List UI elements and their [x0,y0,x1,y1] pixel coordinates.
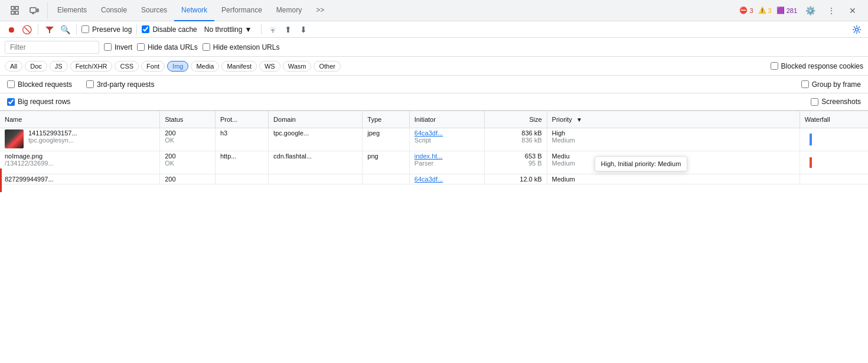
upload-icon[interactable]: ⬆ [282,23,295,36]
third-party-checkbox[interactable]: 3rd-party requests [86,80,154,89]
table-row[interactable]: 827299944997...20064ca3df...12.0 kBMediu… [0,174,868,184]
col-initiator[interactable]: Initiator [409,111,484,128]
search-button[interactable]: 🔍 [58,23,71,36]
initiator-link[interactable]: index.ht... [415,153,479,160]
big-request-rows-checkbox[interactable]: Big request rows [7,98,70,106]
name-cell-1: noImage.png/134122/32699... [0,151,160,174]
col-protocol[interactable]: Prot... [215,111,268,128]
col-domain[interactable]: Domain [269,111,363,128]
status-text: OK [165,160,210,167]
name-main: noImage.png [5,153,54,160]
filter-btn-img[interactable]: Img [167,61,188,72]
blocked-requests-input[interactable] [7,80,15,88]
table-row[interactable]: noImage.png/134122/32699...200OKhttp...c… [0,151,868,174]
table-header-row: Name Status Prot... Domain Type Initiato… [0,111,868,128]
disable-cache-input[interactable] [142,25,149,33]
filter-btn-fetchxhr[interactable]: Fetch/XHR [70,61,113,72]
clear-button[interactable]: 🚫 [20,23,33,36]
tab-more[interactable]: >> [309,0,331,21]
filter-btn-doc[interactable]: Doc [25,61,47,72]
preserve-log-checkbox[interactable]: Preserve log [81,25,132,34]
protocol-value: http... [220,153,237,160]
svg-rect-2 [11,11,14,14]
more-options-icon[interactable]: ⋮ [823,2,840,19]
filter-btn-manifest[interactable]: Manifest [221,61,257,72]
close-icon[interactable]: ✕ [844,2,861,19]
invert-checkbox[interactable]: Invert [104,43,132,51]
tab-memory[interactable]: Memory [269,0,309,21]
svg-marker-7 [45,27,54,33]
network-table: Name Status Prot... Domain Type Initiato… [0,111,868,184]
device-icon[interactable] [26,2,43,19]
tab-sources[interactable]: Sources [134,0,174,21]
col-type[interactable]: Type [363,111,410,128]
initiator-cell-0[interactable]: 64ca3df...Script [409,128,484,151]
filter-btn-font[interactable]: Font [141,61,165,72]
initiator-cell-1[interactable]: index.ht...Parser [409,151,484,174]
filter-input[interactable] [5,41,99,54]
col-name[interactable]: Name [0,111,160,128]
warning-icon: ⚠️ [758,7,766,14]
priority-main: High [552,129,795,137]
col-status[interactable]: Status [160,111,216,128]
blocked-requests-checkbox[interactable]: Blocked requests [7,80,72,89]
name-cell-0: 141152993157...tpc.googlesyn... [0,128,160,151]
name-sub: /134122/32699... [5,160,54,167]
invert-input[interactable] [104,43,112,51]
filter-btn-ws[interactable]: WS [259,61,280,72]
tab-bar-right: ⛔ 3 ⚠️ 3 🟪 281 ⚙️ ⋮ ✕ [739,2,866,19]
big-request-rows-input[interactable] [7,98,15,106]
throttle-select[interactable]: No throttling ▼ [200,24,257,35]
group-by-frame-checkbox[interactable]: Group by frame [801,80,861,89]
screenshots-input[interactable] [811,98,818,106]
protocol-cell-0: h3 [215,128,268,151]
tab-console[interactable]: Console [94,0,134,21]
screenshots-checkbox[interactable]: Screenshots [811,98,861,106]
tab-performance[interactable]: Performance [214,0,269,21]
error-badge-purple: 🟪 281 [776,7,797,14]
filter-bar: Invert Hide data URLs Hide extension URL… [0,38,868,57]
priority-cell-2: Medium [547,174,800,184]
filter-btn-css[interactable]: CSS [115,61,139,72]
hide-ext-urls-checkbox[interactable]: Hide extension URLs [203,43,280,51]
filter-btn-all[interactable]: All [5,61,22,72]
domain-value: tpc.google... [273,129,309,137]
filter-icon-button[interactable] [43,23,56,36]
initiator-cell-2[interactable]: 64ca3df... [409,174,484,184]
priority-tooltip: High, Initial priority: Medium [595,156,688,171]
tab-elements[interactable]: Elements [50,0,94,21]
filter-btn-js[interactable]: JS [50,61,68,72]
error-badge-yellow: ⚠️ 3 [758,7,772,14]
table-row[interactable]: 141152993157...tpc.googlesyn...200OKh3tp… [0,128,868,151]
hide-data-urls-input[interactable] [137,43,145,51]
status-code: 200 [165,176,210,183]
blocked-cookies-input[interactable] [771,62,778,70]
options-row-2: Big request rows Screenshots [0,93,868,111]
preserve-log-input[interactable] [81,25,89,33]
group-by-frame-input[interactable] [801,80,809,88]
domain-value: cdn.flashtal... [273,153,312,160]
wifi-icon[interactable] [266,23,279,36]
priority-sub: Medium [552,137,795,144]
settings-gear-icon[interactable] [850,23,863,36]
disable-cache-checkbox[interactable]: Disable cache [142,25,197,34]
third-party-input[interactable] [86,80,94,88]
initiator-link[interactable]: 64ca3df... [415,129,479,137]
col-waterfall[interactable]: Waterfall [800,111,868,128]
error-red-icon: ⛔ [739,7,748,14]
download-icon[interactable]: ⬇ [297,23,310,36]
col-priority[interactable]: Priority ▼ [547,111,800,128]
col-size[interactable]: Size [484,111,547,128]
waterfall-bar [805,153,863,173]
filter-btn-other[interactable]: Other [314,61,341,72]
stop-recording-button[interactable]: ⏺ [5,23,18,36]
hide-ext-urls-input[interactable] [203,43,210,51]
settings-icon[interactable]: ⚙️ [802,2,818,19]
inspect-icon[interactable] [7,2,24,19]
waterfall-cell-2 [800,174,868,184]
filter-btn-wasm[interactable]: Wasm [283,61,312,72]
filter-btn-media[interactable]: Media [191,61,219,72]
tab-network[interactable]: Network [174,0,214,21]
initiator-link[interactable]: 64ca3df... [415,176,479,183]
hide-data-urls-checkbox[interactable]: Hide data URLs [137,43,198,51]
